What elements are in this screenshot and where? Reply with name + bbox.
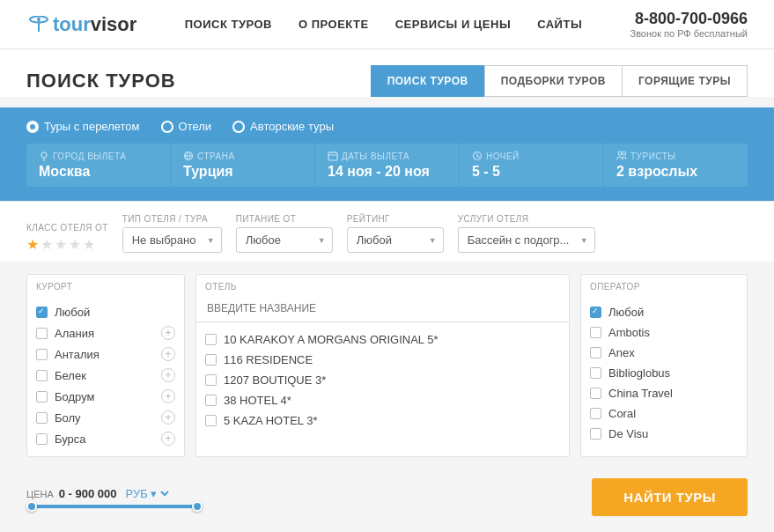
operator-checkbox-5[interactable] — [590, 408, 601, 419]
rating-select-wrapper: Любой — [347, 227, 444, 253]
tourists-field[interactable]: ТУРИСТЫ 2 взрослых — [604, 144, 748, 187]
resort-panel: КУРОРТ Любой Алания + Анталия — [26, 274, 185, 457]
hotel-checkbox-4[interactable] — [205, 415, 217, 426]
operator-item-3[interactable]: Biblioglobus — [581, 363, 747, 383]
operator-item-0[interactable]: Любой — [581, 302, 747, 322]
country-field[interactable]: СТРАНА Турция — [171, 144, 315, 187]
resort-label: КУРОРТ — [27, 275, 184, 295]
departure-city-field[interactable]: ГОРОД ВЫЛЕТА Москва — [26, 144, 171, 187]
country-icon — [183, 151, 194, 161]
hotel-type-select-wrapper: Не выбрано — [122, 227, 222, 253]
rating-select[interactable]: Любой — [347, 227, 444, 253]
operator-item-4[interactable]: China Travel — [581, 383, 747, 403]
hotel-item-2[interactable]: 1207 BOUTIQUE 3* — [196, 370, 569, 390]
bottom-row: ЦЕНА 0 - 900 000 РУБ ▾ НАЙТИ ТУРЫ — [0, 469, 774, 528]
star-2[interactable]: ★ — [41, 236, 53, 253]
dates-field[interactable]: ДАТЫ ВЫЛЕТА 14 ноя - 20 ноя — [315, 144, 460, 187]
radio-tours-flight[interactable]: Туры с перелетом — [26, 120, 140, 133]
resort-item-3[interactable]: Белек + — [27, 365, 184, 386]
resort-add-icon-1[interactable]: + — [161, 326, 175, 340]
radio-row: Туры с перелетом Отели Авторские туры — [26, 120, 748, 133]
find-tours-button[interactable]: НАЙТИ ТУРЫ — [592, 478, 748, 516]
operator-checkbox-4[interactable] — [590, 388, 601, 399]
stars-row[interactable]: ★ ★ ★ ★ ★ — [26, 236, 108, 253]
hotel-checkbox-3[interactable] — [205, 395, 217, 406]
resort-add-icon-5[interactable]: + — [161, 410, 175, 425]
tab-selections[interactable]: ПОДБОРКИ ТУРОВ — [484, 65, 622, 97]
hotel-item-1[interactable]: 116 RESIDENCE — [196, 350, 569, 370]
logo: tourvisor — [26, 13, 136, 36]
operator-item-2[interactable]: Anex — [581, 343, 747, 363]
radio-hotels[interactable]: Отели — [161, 120, 212, 133]
hotel-class-label: КЛАСС ОТЕЛЯ ОТ — [26, 223, 108, 233]
radio-circle-flight — [26, 121, 39, 133]
resort-checkbox-2[interactable] — [36, 349, 48, 360]
resort-item-4[interactable]: Бодрум + — [27, 386, 184, 407]
radio-circle-hotels — [161, 121, 173, 133]
hotel-type-select[interactable]: Не выбрано — [122, 227, 222, 253]
dates-icon — [328, 151, 338, 161]
resort-add-icon-2[interactable]: + — [161, 347, 175, 361]
header: tourvisor ПОИСК ТУРОВ О ПРОЕКТЕ СЕРВИСЫ … — [0, 0, 774, 49]
phone-number: 8-800-700-0966 — [630, 10, 748, 28]
operator-item-6[interactable]: De Visu — [581, 424, 747, 444]
resort-checkbox-5[interactable] — [36, 412, 48, 424]
resort-checkbox-3[interactable] — [36, 370, 48, 381]
radio-author-tours[interactable]: Авторские туры — [232, 120, 334, 133]
resort-item-1[interactable]: Алания + — [27, 322, 184, 344]
city-icon — [39, 151, 49, 161]
logo-icon — [26, 16, 51, 33]
meal-select-wrapper: Любое — [236, 227, 333, 253]
phone-block: 8-800-700-0966 Звонок по РФ бесплатный — [630, 10, 748, 39]
resort-add-icon-4[interactable]: + — [161, 389, 175, 403]
star-4[interactable]: ★ — [69, 236, 81, 253]
operator-checkbox-6[interactable] — [590, 428, 601, 440]
tab-hot-tours[interactable]: ГОРЯЩИЕ ТУРЫ — [622, 65, 748, 97]
tab-search-tours[interactable]: ПОИСК ТУРОВ — [371, 65, 484, 97]
nav-about[interactable]: О ПРОЕКТЕ — [299, 18, 369, 31]
resort-item-6[interactable]: Бурса + — [27, 428, 184, 449]
resort-item-5[interactable]: Болу + — [27, 407, 184, 428]
nav-services[interactable]: СЕРВИСЫ И ЦЕНЫ — [395, 18, 511, 31]
star-3[interactable]: ★ — [55, 236, 67, 253]
page-title: ПОИСК ТУРОВ — [26, 70, 176, 92]
hotel-panel: ОТЕЛЬ 10 KARAKOY A MORGANS ORIGINAL 5* 1… — [195, 274, 570, 457]
operator-list: Любой Ambotis Anex Biblioglobus — [581, 295, 747, 451]
services-select[interactable]: Бассейн с подогр... — [458, 227, 595, 253]
resort-item-2[interactable]: Анталия + — [27, 344, 184, 365]
operator-checkbox-0[interactable] — [590, 307, 601, 318]
resort-checkbox-1[interactable] — [36, 328, 48, 339]
main-nav: ПОИСК ТУРОВ О ПРОЕКТЕ СЕРВИСЫ И ЦЕНЫ САЙ… — [185, 18, 582, 31]
resort-item-0[interactable]: Любой — [27, 302, 184, 322]
nav-search-tours[interactable]: ПОИСК ТУРОВ — [185, 18, 272, 31]
filters-section: КЛАСС ОТЕЛЯ ОТ ★ ★ ★ ★ ★ ТИП ОТЕЛЯ / ТУР… — [0, 201, 774, 262]
hotel-checkbox-2[interactable] — [205, 374, 217, 386]
resort-checkbox-6[interactable] — [36, 433, 48, 445]
price-slider-handle-right[interactable] — [192, 501, 203, 512]
price-slider-handle-left[interactable] — [26, 501, 37, 512]
operator-item-1[interactable]: Ambotis — [581, 322, 747, 343]
star-5[interactable]: ★ — [83, 236, 95, 253]
hotel-checkbox-0[interactable] — [205, 334, 217, 345]
operator-checkbox-3[interactable] — [590, 367, 601, 379]
resort-add-icon-3[interactable]: + — [161, 368, 175, 382]
meal-select[interactable]: Любое — [236, 227, 333, 253]
resort-checkbox-4[interactable] — [36, 391, 48, 403]
nav-sites[interactable]: САЙТЫ — [537, 18, 582, 31]
hotel-item-4[interactable]: 5 KAZA HOTEL 3* — [196, 410, 569, 431]
currency-select[interactable]: РУБ ▾ — [122, 486, 172, 501]
operator-item-5[interactable]: Coral — [581, 403, 747, 424]
resort-add-icon-6[interactable]: + — [161, 432, 175, 446]
resort-checkbox-0[interactable] — [36, 307, 48, 318]
hotel-item-3[interactable]: 38 HOTEL 4* — [196, 390, 569, 410]
price-label: ЦЕНА — [26, 489, 54, 499]
star-1[interactable]: ★ — [26, 236, 39, 253]
rating-filter: РЕЙТИНГ Любой — [347, 214, 444, 253]
operator-checkbox-2[interactable] — [590, 347, 601, 358]
operator-checkbox-1[interactable] — [590, 327, 601, 338]
hotel-search-input[interactable] — [196, 295, 569, 322]
hotel-checkbox-1[interactable] — [205, 354, 217, 366]
hotel-item-0[interactable]: 10 KARAKOY A MORGANS ORIGINAL 5* — [196, 329, 569, 350]
operator-panel: ОПЕРАТОР Любой Ambotis Anex — [580, 274, 748, 457]
nights-field[interactable]: НОЧЕЙ 5 - 5 — [460, 144, 604, 187]
